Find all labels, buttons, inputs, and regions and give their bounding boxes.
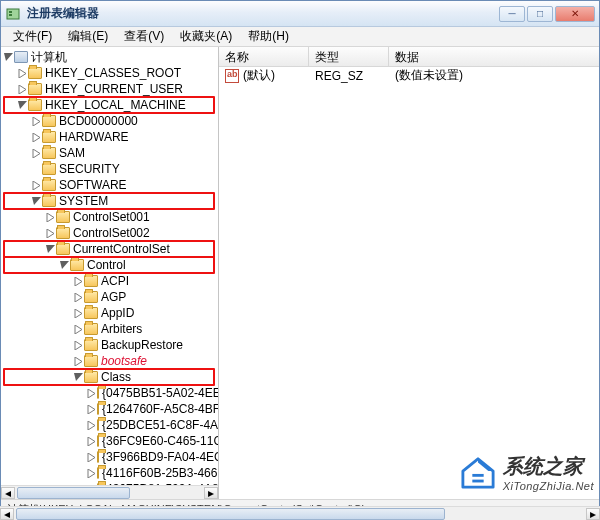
expand-icon[interactable] <box>73 276 83 286</box>
list-header: 名称 类型 数据 <box>219 47 599 67</box>
expand-icon[interactable] <box>87 388 96 398</box>
tree-item[interactable]: ControlSet002 <box>45 225 218 241</box>
expand-icon[interactable] <box>45 228 55 238</box>
folder-icon <box>84 307 98 319</box>
expand-icon[interactable] <box>87 436 96 446</box>
scroll-thumb[interactable] <box>17 487 130 499</box>
scroll-left-button[interactable]: ◂ <box>0 508 14 520</box>
folder-icon <box>42 179 56 191</box>
menu-favorites[interactable]: 收藏夹(A) <box>174 27 238 46</box>
tree-item-currentcontrolset[interactable]: CurrentControlSet <box>45 241 218 257</box>
tree-item-hklm[interactable]: HKEY_LOCAL_MACHINE <box>17 97 218 113</box>
tree-root[interactable]: 计算机 <box>3 49 218 65</box>
menu-edit[interactable]: 编辑(E) <box>62 27 114 46</box>
expand-icon[interactable] <box>31 132 41 142</box>
value-name: (默认) <box>243 67 275 84</box>
tree-label: {25DBCE51-6C8F-4A72-8A6D-B54C2B <box>102 418 219 432</box>
tree-item-guid[interactable]: {4116F60B-25B3-4662-B732-99A9B <box>87 465 218 481</box>
scroll-track[interactable] <box>14 508 586 520</box>
tree-item-guid[interactable]: {3F966BD9-FA04-4EC5-991C-D3267 <box>87 449 218 465</box>
value-row[interactable]: (默认) REG_SZ (数值未设置) <box>219 67 599 84</box>
folder-icon <box>42 195 56 207</box>
tree-item[interactable]: Arbiters <box>73 321 218 337</box>
expand-icon[interactable] <box>31 148 41 158</box>
expand-icon[interactable] <box>73 308 83 318</box>
tree-label: SOFTWARE <box>59 178 127 192</box>
values-pane: 名称 类型 数据 (默认) REG_SZ (数值未设置) ◂ ▸ <box>219 47 599 499</box>
tree-item[interactable]: HARDWARE <box>31 129 218 145</box>
folder-icon <box>97 387 99 399</box>
tree-item[interactable]: AppID <box>73 305 218 321</box>
collapse-icon[interactable] <box>59 260 69 270</box>
tree-item-system[interactable]: SYSTEM <box>31 193 218 209</box>
collapse-icon[interactable] <box>31 196 41 206</box>
collapse-icon[interactable] <box>73 372 83 382</box>
tree-item[interactable]: BackupRestore <box>73 337 218 353</box>
tree-item[interactable]: SECURITY <box>31 161 218 177</box>
folder-icon <box>97 419 99 431</box>
expand-icon[interactable] <box>17 68 27 78</box>
collapse-icon[interactable] <box>3 52 13 62</box>
tree-label: SAM <box>59 146 85 160</box>
tree-item[interactable]: AGP <box>73 289 218 305</box>
value-type: REG_SZ <box>309 69 389 83</box>
expand-icon[interactable] <box>17 84 27 94</box>
string-value-icon <box>225 69 239 83</box>
expand-icon[interactable] <box>31 180 41 190</box>
menu-help[interactable]: 帮助(H) <box>242 27 295 46</box>
menu-view[interactable]: 查看(V) <box>118 27 170 46</box>
tree-label: {3F966BD9-FA04-4EC5-991C-D3267 <box>102 450 219 464</box>
scroll-left-button[interactable]: ◂ <box>1 487 15 499</box>
tree-label: CurrentControlSet <box>73 242 170 256</box>
expand-icon[interactable] <box>73 340 83 350</box>
scroll-right-button[interactable]: ▸ <box>204 487 218 499</box>
expand-icon[interactable] <box>31 116 41 126</box>
tree-item[interactable]: ACPI <box>73 273 218 289</box>
tree-label: ACPI <box>101 274 129 288</box>
tree-item[interactable]: BCD00000000 <box>31 113 218 129</box>
tree-item-guid[interactable]: {36FC9E60-C465-11CF-8056-444553 <box>87 433 218 449</box>
expand-icon[interactable] <box>87 420 96 430</box>
expand-icon[interactable] <box>73 324 83 334</box>
minimize-button[interactable]: ─ <box>499 6 525 22</box>
tree-item-guid[interactable]: {0475BB51-5A02-4EE0-B36C-29040F <box>87 385 218 401</box>
expand-icon[interactable] <box>87 468 96 478</box>
column-data[interactable]: 数据 <box>389 47 599 66</box>
expand-icon[interactable] <box>87 404 96 414</box>
tree-item[interactable]: ControlSet001 <box>45 209 218 225</box>
collapse-icon[interactable] <box>17 100 27 110</box>
scroll-right-button[interactable]: ▸ <box>586 508 600 520</box>
tree-item-class[interactable]: Class <box>73 369 218 385</box>
expand-icon[interactable] <box>73 356 83 366</box>
horizontal-scrollbar[interactable]: ◂ ▸ <box>1 485 218 499</box>
tree-pane[interactable]: 计算机 HKEY_CLASSES_ROOT HKEY_CURRENT_USER … <box>1 47 219 499</box>
close-button[interactable]: ✕ <box>555 6 595 22</box>
tree-item-control[interactable]: Control <box>59 257 218 273</box>
tree-item-guid[interactable]: {1264760F-A5C8-4BFE-B314-D56A7B <box>87 401 218 417</box>
folder-icon <box>42 115 56 127</box>
column-type[interactable]: 类型 <box>309 47 389 66</box>
horizontal-scrollbar[interactable]: ◂ ▸ <box>0 506 600 520</box>
scroll-track[interactable] <box>15 487 204 499</box>
tree-item[interactable]: bootsafe <box>73 353 218 369</box>
tree-item-hkcr[interactable]: HKEY_CLASSES_ROOT <box>17 65 218 81</box>
tree-label: {36FC9E60-C465-11CF-8056-444553 <box>102 434 219 448</box>
expand-icon[interactable] <box>87 452 96 462</box>
tree-item-guid[interactable]: {25DBCE51-6C8F-4A72-8A6D-B54C2B <box>87 417 218 433</box>
registry-editor-window: 注册表编辑器 ─ □ ✕ 文件(F) 编辑(E) 查看(V) 收藏夹(A) 帮助… <box>0 0 600 520</box>
expand-icon[interactable] <box>73 292 83 302</box>
folder-icon <box>84 275 98 287</box>
scroll-thumb[interactable] <box>16 508 445 520</box>
list-body[interactable]: (默认) REG_SZ (数值未设置) <box>219 67 599 499</box>
menu-file[interactable]: 文件(F) <box>7 27 58 46</box>
tree-item[interactable]: SOFTWARE <box>31 177 218 193</box>
expand-icon[interactable] <box>45 212 55 222</box>
maximize-button[interactable]: □ <box>527 6 553 22</box>
folder-icon <box>42 131 56 143</box>
column-name[interactable]: 名称 <box>219 47 309 66</box>
collapse-icon[interactable] <box>45 244 55 254</box>
titlebar[interactable]: 注册表编辑器 ─ □ ✕ <box>1 1 599 27</box>
tree-item[interactable]: SAM <box>31 145 218 161</box>
folder-icon <box>97 467 99 479</box>
tree-item-hkcu[interactable]: HKEY_CURRENT_USER <box>17 81 218 97</box>
